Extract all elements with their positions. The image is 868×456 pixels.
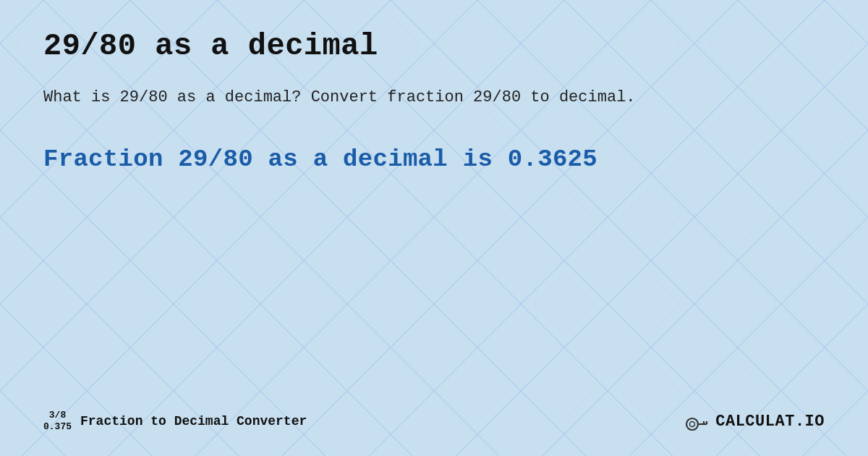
main-content: 29/80 as a decimal What is 29/80 as a de… [0, 0, 868, 456]
footer-label: Fraction to Decimal Converter [80, 414, 307, 428]
description-text: What is 29/80 as a decimal? Convert frac… [43, 85, 803, 109]
page-title: 29/80 as a decimal [43, 29, 825, 64]
calculator-icon [684, 408, 710, 434]
svg-point-8 [686, 418, 698, 430]
fraction-numerator: 3/8 [49, 410, 66, 421]
brand-name: CALCULAT.IO [715, 413, 825, 431]
fraction-denominator: 0.375 [43, 421, 72, 433]
svg-point-9 [690, 422, 695, 427]
footer: 3/8 0.375 Fraction to Decimal Converter … [43, 394, 825, 434]
brand-area: CALCULAT.IO [684, 408, 825, 434]
footer-fraction: 3/8 0.375 [43, 410, 72, 432]
result-section: Fraction 29/80 as a decimal is 0.3625 [43, 145, 825, 173]
result-text: Fraction 29/80 as a decimal is 0.3625 [43, 145, 825, 173]
